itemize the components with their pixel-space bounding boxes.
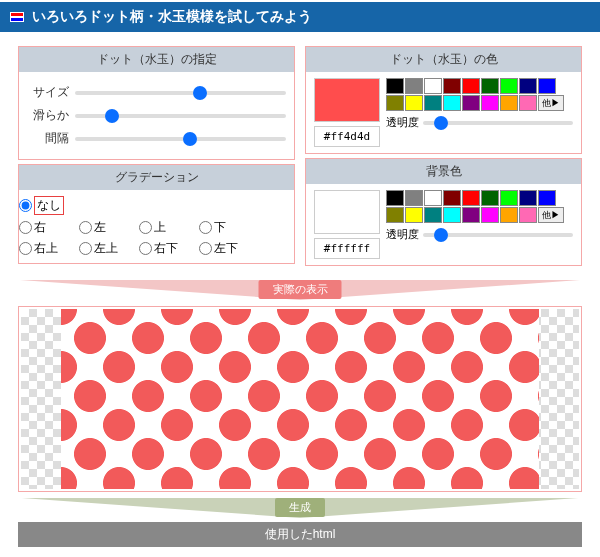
palette-cell[interactable] [481,207,499,223]
palette-cell[interactable] [500,207,518,223]
page-title-text: いろいろドット柄・水玉模様を試してみよう [32,8,312,26]
palette-cell[interactable] [405,190,423,206]
palette-cell[interactable] [500,95,518,111]
dot-opacity-slider[interactable] [423,121,573,125]
gradient-option-label: 左上 [94,240,118,257]
gradient-option-label: 右 [34,219,46,236]
palette-cell[interactable] [405,78,423,94]
gradient-option-1[interactable]: 右 [19,219,75,236]
dot-color-hex: #ff4d4d [314,126,380,147]
palette-cell[interactable] [481,190,499,206]
palette-cell[interactable] [443,190,461,206]
preview-dots [61,309,539,489]
dot-spec-header: ドット（水玉）の指定 [19,47,294,72]
preview-divider-label: 実際の表示 [259,280,342,299]
palette-cell[interactable] [519,207,537,223]
bg-color-header: 背景色 [306,159,581,184]
used-html-header: 使用したhtml [18,522,582,547]
smooth-label: 滑らか [27,107,69,124]
generate-divider-label: 生成 [275,498,325,517]
bg-opacity-label: 透明度 [386,227,419,242]
gradient-option-4[interactable]: 下 [199,219,255,236]
palette-cell[interactable] [538,78,556,94]
smooth-slider[interactable] [75,114,286,118]
preview-frame [18,306,582,492]
page-title-bar: いろいろドット柄・水玉模様を試してみよう [0,2,600,32]
palette-cell[interactable] [500,78,518,94]
gradient-option-label: なし [34,196,64,215]
palette-cell[interactable] [424,190,442,206]
palette-cell[interactable] [386,78,404,94]
palette-cell[interactable] [386,95,404,111]
gradient-option-8[interactable]: 左下 [199,240,255,257]
gap-slider[interactable] [75,137,286,141]
bg-opacity-slider[interactable] [423,233,573,237]
preview-checker [21,309,579,489]
dot-color-palette: 他▶ [386,78,573,111]
size-slider[interactable] [75,91,286,95]
palette-cell[interactable] [538,190,556,206]
gradient-panel: グラデーション なし右左上下右上左上右下左下 [18,164,295,264]
bg-color-panel: 背景色 #ffffff 他▶ 透明度 [305,158,582,266]
palette-cell[interactable] [462,190,480,206]
dot-spec-panel: ドット（水玉）の指定 サイズ 滑らか 間隔 [18,46,295,160]
palette-cell[interactable] [424,78,442,94]
palette-cell[interactable] [405,95,423,111]
gradient-header: グラデーション [19,165,294,190]
palette-cell[interactable] [462,207,480,223]
palette-cell[interactable] [424,207,442,223]
flag-icon [10,12,24,22]
gradient-option-label: 左下 [214,240,238,257]
palette-more-button[interactable]: 他▶ [538,95,564,111]
gradient-option-0[interactable]: なし [19,196,75,215]
gradient-option-label: 右下 [154,240,178,257]
palette-cell[interactable] [462,95,480,111]
palette-cell[interactable] [405,207,423,223]
gradient-option-7[interactable]: 右下 [139,240,195,257]
palette-cell[interactable] [519,78,537,94]
gradient-option-label: 下 [214,219,226,236]
gradient-radios: なし右左上下右上左上右下左下 [19,190,294,263]
palette-cell[interactable] [481,95,499,111]
palette-cell[interactable] [386,207,404,223]
palette-more-button[interactable]: 他▶ [538,207,564,223]
dot-color-swatch [314,78,380,122]
palette-cell[interactable] [500,190,518,206]
gradient-option-2[interactable]: 左 [79,219,135,236]
palette-cell[interactable] [424,95,442,111]
bg-color-palette: 他▶ [386,190,573,223]
dot-color-header: ドット（水玉）の色 [306,47,581,72]
generate-divider: 生成 [18,498,582,520]
gradient-option-6[interactable]: 左上 [79,240,135,257]
dot-color-panel: ドット（水玉）の色 #ff4d4d 他▶ 透明度 [305,46,582,154]
preview-divider: 実際の表示 [0,280,600,302]
left-column: ドット（水玉）の指定 サイズ 滑らか 間隔 グラデーション なし右左上下右上左上… [18,46,295,270]
bg-color-swatch [314,190,380,234]
bg-color-hex: #ffffff [314,238,380,259]
size-label: サイズ [27,84,69,101]
palette-cell[interactable] [443,207,461,223]
gradient-option-label: 左 [94,219,106,236]
gradient-option-label: 上 [154,219,166,236]
gradient-option-3[interactable]: 上 [139,219,195,236]
palette-cell[interactable] [443,95,461,111]
palette-cell[interactable] [481,78,499,94]
palette-cell[interactable] [519,95,537,111]
palette-cell[interactable] [462,78,480,94]
right-column: ドット（水玉）の色 #ff4d4d 他▶ 透明度 背景色 [305,46,582,270]
controls-row: ドット（水玉）の指定 サイズ 滑らか 間隔 グラデーション なし右左上下右上左上… [0,46,600,270]
gap-label: 間隔 [27,130,69,147]
palette-cell[interactable] [443,78,461,94]
dot-opacity-label: 透明度 [386,115,419,130]
gradient-option-label: 右上 [34,240,58,257]
gradient-option-5[interactable]: 右上 [19,240,75,257]
palette-cell[interactable] [519,190,537,206]
palette-cell[interactable] [386,190,404,206]
